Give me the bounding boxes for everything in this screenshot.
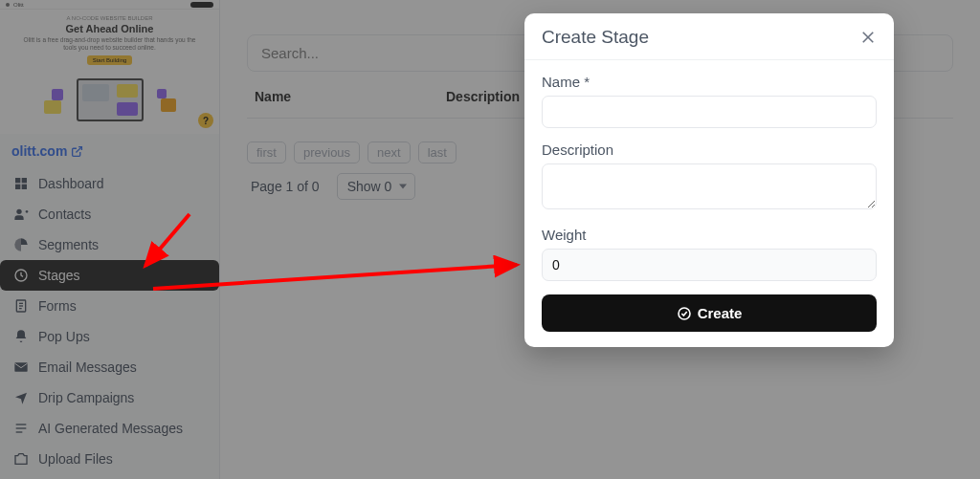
- pager-last[interactable]: last: [418, 142, 457, 163]
- sidebar-item-dashboard[interactable]: Dashboard: [0, 168, 219, 199]
- column-description: Description: [446, 89, 520, 104]
- svg-rect-2: [22, 178, 27, 183]
- modal-title: Create Stage: [542, 27, 649, 48]
- description-label: Description: [542, 142, 877, 158]
- forms-icon: [13, 298, 29, 314]
- create-button-label: Create: [698, 305, 743, 321]
- sidebar-item-stages[interactable]: Stages: [0, 260, 219, 291]
- help-badge-icon[interactable]: ?: [198, 113, 213, 128]
- preview-subtitle: Olitt is a free drag-and-drop website bu…: [0, 36, 219, 52]
- column-name: Name: [255, 89, 369, 104]
- name-label: Name *: [542, 74, 877, 90]
- sidebar-item-label: AI Generated Messages: [38, 421, 183, 436]
- svg-rect-1: [15, 178, 20, 183]
- svg-point-5: [16, 209, 21, 214]
- create-button[interactable]: Create: [542, 294, 877, 332]
- weight-field[interactable]: [542, 249, 877, 281]
- svg-rect-13: [14, 362, 27, 371]
- name-field[interactable]: [542, 96, 877, 128]
- sidebar-item-popups[interactable]: Pop Ups: [0, 321, 219, 352]
- site-link-text: olitt.com: [11, 143, 67, 159]
- weight-label: Weight: [542, 227, 877, 243]
- sidebar-item-contacts[interactable]: Contacts: [0, 199, 219, 229]
- popups-icon: [13, 329, 29, 344]
- svg-rect-3: [15, 185, 20, 189]
- pager-previous[interactable]: previous: [294, 142, 360, 163]
- sidebar: Olitt A NO-CODE WEBSITE BUILDER Get Ahea…: [0, 0, 220, 479]
- svg-rect-4: [22, 185, 27, 189]
- ai-icon: [13, 421, 29, 436]
- drip-icon: [13, 390, 29, 405]
- contacts-icon: [13, 207, 29, 222]
- create-stage-modal: Create Stage Name * Description Weight C…: [524, 13, 894, 347]
- description-field[interactable]: [542, 163, 877, 209]
- email-icon: [13, 359, 29, 375]
- pager-first[interactable]: first: [247, 142, 286, 163]
- preview-cta: Start Building: [87, 55, 133, 65]
- pager-next[interactable]: next: [368, 142, 411, 163]
- close-icon[interactable]: [859, 29, 877, 46]
- check-circle-icon: [677, 306, 692, 321]
- sidebar-item-email[interactable]: Email Messages: [0, 352, 219, 382]
- dashboard-icon: [13, 176, 29, 191]
- sidebar-item-label: Pop Ups: [38, 329, 90, 344]
- site-preview: Olitt A NO-CODE WEBSITE BUILDER Get Ahea…: [0, 0, 219, 134]
- sidebar-item-label: Email Messages: [38, 359, 137, 375]
- external-link-icon: [71, 145, 83, 158]
- sidebar-item-label: Forms: [38, 298, 77, 314]
- sidebar-item-forms[interactable]: Forms: [0, 291, 219, 321]
- sidebar-item-segments[interactable]: Segments: [0, 229, 219, 260]
- page-info: Page 1 of 0: [251, 179, 320, 194]
- sidebar-item-drip[interactable]: Drip Campaigns: [0, 382, 219, 413]
- sidebar-item-label: Contacts: [38, 207, 91, 222]
- svg-line-0: [77, 146, 82, 152]
- page-size-select[interactable]: Show 0: [337, 173, 416, 200]
- stages-icon: [13, 268, 29, 283]
- sidebar-item-label: Dashboard: [38, 176, 104, 191]
- sidebar-item-label: Segments: [38, 237, 99, 252]
- upload-icon: [13, 451, 29, 467]
- sidebar-item-label: Upload Files: [38, 451, 113, 467]
- segments-icon: [13, 237, 29, 252]
- sidebar-item-upload[interactable]: Upload Files: [0, 444, 219, 474]
- site-link[interactable]: olitt.com: [0, 140, 219, 168]
- sidebar-item-ai[interactable]: AI Generated Messages: [0, 413, 219, 444]
- preview-title: Get Ahead Online: [66, 23, 154, 34]
- sidebar-item-label: Stages: [38, 268, 80, 283]
- nav-list: Dashboard Contacts Segments Stages Forms…: [0, 168, 219, 474]
- preview-illustration: [38, 69, 182, 121]
- sidebar-item-label: Drip Campaigns: [38, 390, 134, 405]
- preview-eyebrow: A NO-CODE WEBSITE BUILDER: [66, 15, 152, 21]
